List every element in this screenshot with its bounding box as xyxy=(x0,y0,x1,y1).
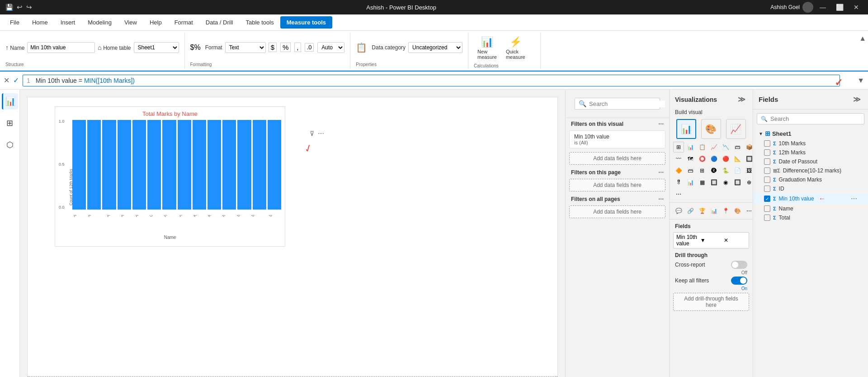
viz-btn-3[interactable]: 📋 xyxy=(697,142,708,153)
data-category-select[interactable]: Uncategorized xyxy=(408,42,462,53)
filters-allpages-more-icon[interactable]: ⋯ xyxy=(658,196,664,202)
canvas-background[interactable]: Total Marks by Name 1.0 0.5 0.0 Count of… xyxy=(27,97,558,377)
viz-btn-14[interactable]: 🔲 xyxy=(744,153,753,164)
quick-measure-btn[interactable]: ⚡ Quickmeasure xyxy=(502,34,529,62)
field-date-passout[interactable]: Σ Date of Passout xyxy=(753,157,868,166)
menu-view[interactable]: View xyxy=(118,16,143,29)
auto-select[interactable]: Auto xyxy=(317,42,344,53)
viz-trophy-icon[interactable]: 🏆 xyxy=(697,205,708,216)
field-checkbox-12th[interactable] xyxy=(764,149,770,156)
add-fields-allpages-btn[interactable]: Add data fields here xyxy=(569,205,665,218)
viz-btn-7[interactable]: 📦 xyxy=(744,142,753,153)
viz-tooltip-icon[interactable]: 💬 xyxy=(673,205,684,216)
field-name[interactable]: Σ Name xyxy=(753,204,868,213)
menu-modeling[interactable]: Modeling xyxy=(81,16,118,29)
minimize-btn[interactable]: — xyxy=(816,3,830,12)
field-checkbox-id[interactable] xyxy=(764,186,770,192)
close-btn[interactable]: ✕ xyxy=(850,3,863,12)
comma-btn[interactable]: , xyxy=(294,43,301,52)
viz-btn-13[interactable]: 📐 xyxy=(732,153,743,164)
viz-btn-10[interactable]: ⭕ xyxy=(697,153,708,164)
fields-dropdown[interactable]: Min 10th value ▼ ✕ xyxy=(673,232,749,248)
field-checkbox-grad[interactable] xyxy=(764,177,770,183)
viz-btn-29[interactable]: ⋯ xyxy=(673,189,684,200)
new-measure-btn[interactable]: 📊 Newmeasure xyxy=(474,34,500,62)
fields-dropdown-clear[interactable]: ✕ xyxy=(724,237,746,243)
menu-home[interactable]: Home xyxy=(26,16,54,29)
viz-paint2-icon[interactable]: 🎨 xyxy=(732,205,743,216)
viz-icon-paint[interactable]: 🎨 xyxy=(701,119,721,139)
viz-btn-23[interactable]: 📊 xyxy=(685,177,696,188)
field-12th-marks[interactable]: Σ 12th Marks xyxy=(753,148,868,157)
menu-insert[interactable]: Insert xyxy=(54,16,82,29)
viz-btn-21[interactable]: 🖼 xyxy=(744,165,753,176)
viz-icon-analytics[interactable]: 📈 xyxy=(726,119,746,139)
sidebar-table-icon[interactable]: ⊞ xyxy=(2,115,18,131)
viz-more2-icon[interactable]: ⋯ xyxy=(744,205,753,216)
format-select[interactable]: Text xyxy=(225,42,266,53)
menu-format[interactable]: Format xyxy=(168,16,199,29)
viz-pane-collapse-icon[interactable]: ≫ xyxy=(736,94,747,105)
viz-btn-25[interactable]: 🔲 xyxy=(708,177,719,188)
viz-btn-9[interactable]: 🗺 xyxy=(685,153,696,164)
filters-page-more-icon[interactable]: ⋯ xyxy=(658,169,664,176)
decimal-btn[interactable]: .0 xyxy=(305,43,314,52)
viz-btn-4[interactable]: 📈 xyxy=(708,142,719,153)
viz-btn-20[interactable]: 📄 xyxy=(732,165,743,176)
field-10th-marks[interactable]: Σ 10th Marks xyxy=(753,139,868,148)
viz-btn-11[interactable]: 🔵 xyxy=(708,153,719,164)
viz-btn-24[interactable]: ▦ xyxy=(697,177,708,188)
viz-btn-12[interactable]: 🔴 xyxy=(720,153,731,164)
percent-btn[interactable]: % xyxy=(280,43,291,52)
maximize-btn[interactable]: ⬜ xyxy=(832,3,847,12)
viz-btn-26[interactable]: ◉ xyxy=(720,177,731,188)
field-checkbox-name[interactable] xyxy=(764,205,770,212)
field-checkbox-min10th[interactable]: ✓ xyxy=(764,196,770,202)
formula-check-icon[interactable]: ✓ xyxy=(13,76,19,85)
viz-btn-5[interactable]: 📉 xyxy=(720,142,731,153)
formula-collapse-btn[interactable]: ▼ xyxy=(857,76,864,85)
undo-icon[interactable]: ↩ xyxy=(17,3,23,11)
field-checkbox-total[interactable] xyxy=(764,215,770,221)
viz-icon-selected[interactable]: 📊 xyxy=(676,119,696,139)
ribbon-collapse-icon[interactable]: ▲ xyxy=(859,34,866,43)
menu-data-drill[interactable]: Data / Drill xyxy=(199,16,240,29)
field-checkbox-10th[interactable] xyxy=(764,140,770,147)
more-options-icon[interactable]: ⋯ xyxy=(318,130,324,137)
menu-file[interactable]: File xyxy=(4,16,26,29)
save-icon[interactable]: 💾 xyxy=(5,4,13,11)
field-total[interactable]: Σ Total xyxy=(753,213,868,222)
formula-close-icon[interactable]: ✕ xyxy=(4,76,9,85)
viz-btn-6[interactable]: 🗃 xyxy=(732,142,743,153)
viz-btn-16[interactable]: 🗃 xyxy=(685,165,696,176)
filter-item-min10th[interactable]: Min 10th value is (All) xyxy=(569,130,665,148)
field-graduation-marks[interactable]: Σ Graduation Marks xyxy=(753,175,868,184)
viz-btn-27[interactable]: 🔲 xyxy=(732,177,743,188)
viz-btn-1[interactable]: ⊞ xyxy=(673,142,684,153)
field-min10th-more[interactable]: ⋯ xyxy=(851,195,857,202)
name-input[interactable] xyxy=(27,42,95,53)
menu-table-tools[interactable]: Table tools xyxy=(239,16,280,29)
filter-search-input[interactable] xyxy=(589,100,665,107)
viz-btn-8[interactable]: 〰 xyxy=(673,153,684,164)
dollar-btn[interactable]: $ xyxy=(269,43,277,52)
add-fields-visual-btn[interactable]: Add data fields here xyxy=(569,152,665,165)
viz-btn-15[interactable]: 🔶 xyxy=(673,165,684,176)
fields-search-input[interactable] xyxy=(770,115,860,122)
menu-help[interactable]: Help xyxy=(143,16,168,29)
filter-icon[interactable]: ⊽ xyxy=(310,130,314,137)
field-checkbox-date[interactable] xyxy=(764,158,770,165)
viz-btn-17[interactable]: ⊞ xyxy=(697,165,708,176)
viz-btn-22[interactable]: 🎖 xyxy=(673,177,684,188)
viz-btn-19[interactable]: 🐍 xyxy=(720,165,731,176)
field-difference[interactable]: ⊞Σ Difference(10-12 marks) xyxy=(753,166,868,175)
viz-link-icon[interactable]: 🔗 xyxy=(685,205,696,216)
viz-btn-18[interactable]: 🅡 xyxy=(708,165,719,176)
field-id[interactable]: Σ ID xyxy=(753,184,868,193)
sidebar-model-icon[interactable]: ⬡ xyxy=(2,137,18,153)
filters-visual-more-icon[interactable]: ⋯ xyxy=(658,121,664,127)
viz-chart2-icon[interactable]: 📊 xyxy=(708,205,719,216)
add-drill-btn[interactable]: Add drill-through fields here xyxy=(673,293,749,311)
add-fields-page-btn[interactable]: Add data fields here xyxy=(569,179,665,191)
viz-btn-2[interactable]: 📊 xyxy=(685,142,696,153)
